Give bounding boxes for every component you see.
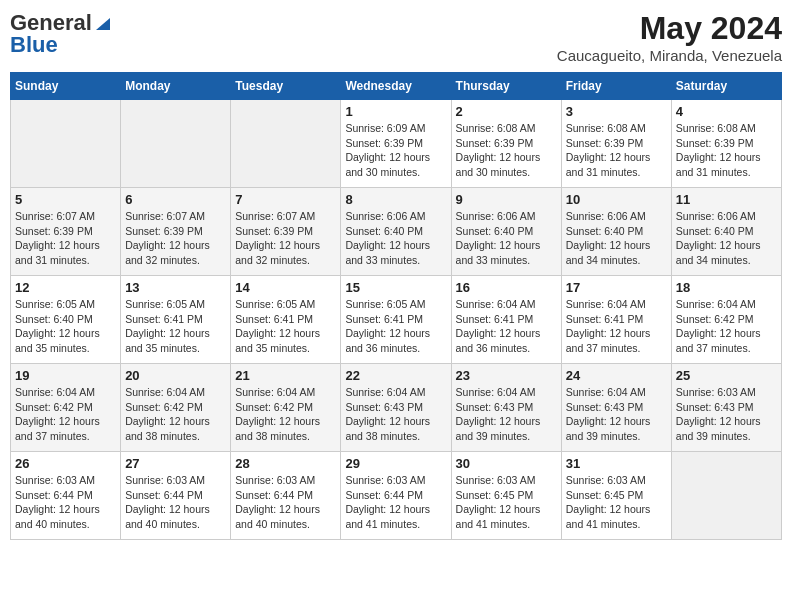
calendar-cell: 24Sunrise: 6:04 AM Sunset: 6:43 PM Dayli… bbox=[561, 364, 671, 452]
weekday-header-tuesday: Tuesday bbox=[231, 73, 341, 100]
day-info: Sunrise: 6:05 AM Sunset: 6:41 PM Dayligh… bbox=[235, 297, 336, 356]
page-subtitle: Caucagueito, Miranda, Venezuela bbox=[557, 47, 782, 64]
weekday-header-friday: Friday bbox=[561, 73, 671, 100]
calendar-cell: 9Sunrise: 6:06 AM Sunset: 6:40 PM Daylig… bbox=[451, 188, 561, 276]
calendar-cell: 29Sunrise: 6:03 AM Sunset: 6:44 PM Dayli… bbox=[341, 452, 451, 540]
day-info: Sunrise: 6:08 AM Sunset: 6:39 PM Dayligh… bbox=[456, 121, 557, 180]
day-info: Sunrise: 6:04 AM Sunset: 6:42 PM Dayligh… bbox=[125, 385, 226, 444]
weekday-header-saturday: Saturday bbox=[671, 73, 781, 100]
day-number: 21 bbox=[235, 368, 336, 383]
day-info: Sunrise: 6:03 AM Sunset: 6:44 PM Dayligh… bbox=[125, 473, 226, 532]
day-number: 4 bbox=[676, 104, 777, 119]
day-number: 15 bbox=[345, 280, 446, 295]
weekday-header-monday: Monday bbox=[121, 73, 231, 100]
calendar-cell: 11Sunrise: 6:06 AM Sunset: 6:40 PM Dayli… bbox=[671, 188, 781, 276]
day-info: Sunrise: 6:05 AM Sunset: 6:41 PM Dayligh… bbox=[125, 297, 226, 356]
calendar-week-row: 26Sunrise: 6:03 AM Sunset: 6:44 PM Dayli… bbox=[11, 452, 782, 540]
calendar-cell: 17Sunrise: 6:04 AM Sunset: 6:41 PM Dayli… bbox=[561, 276, 671, 364]
day-number: 28 bbox=[235, 456, 336, 471]
day-info: Sunrise: 6:03 AM Sunset: 6:45 PM Dayligh… bbox=[566, 473, 667, 532]
calendar-cell: 8Sunrise: 6:06 AM Sunset: 6:40 PM Daylig… bbox=[341, 188, 451, 276]
calendar-week-row: 19Sunrise: 6:04 AM Sunset: 6:42 PM Dayli… bbox=[11, 364, 782, 452]
day-info: Sunrise: 6:04 AM Sunset: 6:42 PM Dayligh… bbox=[676, 297, 777, 356]
day-number: 14 bbox=[235, 280, 336, 295]
calendar-cell: 2Sunrise: 6:08 AM Sunset: 6:39 PM Daylig… bbox=[451, 100, 561, 188]
day-number: 19 bbox=[15, 368, 116, 383]
day-info: Sunrise: 6:04 AM Sunset: 6:42 PM Dayligh… bbox=[15, 385, 116, 444]
day-number: 5 bbox=[15, 192, 116, 207]
day-number: 18 bbox=[676, 280, 777, 295]
calendar-cell: 7Sunrise: 6:07 AM Sunset: 6:39 PM Daylig… bbox=[231, 188, 341, 276]
day-info: Sunrise: 6:08 AM Sunset: 6:39 PM Dayligh… bbox=[566, 121, 667, 180]
calendar-cell: 22Sunrise: 6:04 AM Sunset: 6:43 PM Dayli… bbox=[341, 364, 451, 452]
weekday-header-wednesday: Wednesday bbox=[341, 73, 451, 100]
calendar-cell: 19Sunrise: 6:04 AM Sunset: 6:42 PM Dayli… bbox=[11, 364, 121, 452]
day-info: Sunrise: 6:03 AM Sunset: 6:44 PM Dayligh… bbox=[345, 473, 446, 532]
day-info: Sunrise: 6:05 AM Sunset: 6:40 PM Dayligh… bbox=[15, 297, 116, 356]
page-title: May 2024 bbox=[557, 10, 782, 47]
calendar-cell: 6Sunrise: 6:07 AM Sunset: 6:39 PM Daylig… bbox=[121, 188, 231, 276]
day-info: Sunrise: 6:07 AM Sunset: 6:39 PM Dayligh… bbox=[125, 209, 226, 268]
day-info: Sunrise: 6:06 AM Sunset: 6:40 PM Dayligh… bbox=[566, 209, 667, 268]
day-info: Sunrise: 6:03 AM Sunset: 6:45 PM Dayligh… bbox=[456, 473, 557, 532]
day-number: 12 bbox=[15, 280, 116, 295]
day-info: Sunrise: 6:04 AM Sunset: 6:41 PM Dayligh… bbox=[566, 297, 667, 356]
calendar-cell: 23Sunrise: 6:04 AM Sunset: 6:43 PM Dayli… bbox=[451, 364, 561, 452]
day-number: 8 bbox=[345, 192, 446, 207]
day-number: 2 bbox=[456, 104, 557, 119]
calendar-cell: 15Sunrise: 6:05 AM Sunset: 6:41 PM Dayli… bbox=[341, 276, 451, 364]
calendar-body: 1Sunrise: 6:09 AM Sunset: 6:39 PM Daylig… bbox=[11, 100, 782, 540]
day-info: Sunrise: 6:06 AM Sunset: 6:40 PM Dayligh… bbox=[345, 209, 446, 268]
calendar-cell bbox=[121, 100, 231, 188]
weekday-header-sunday: Sunday bbox=[11, 73, 121, 100]
calendar-cell: 1Sunrise: 6:09 AM Sunset: 6:39 PM Daylig… bbox=[341, 100, 451, 188]
calendar-cell: 5Sunrise: 6:07 AM Sunset: 6:39 PM Daylig… bbox=[11, 188, 121, 276]
day-number: 20 bbox=[125, 368, 226, 383]
day-number: 16 bbox=[456, 280, 557, 295]
title-block: May 2024 Caucagueito, Miranda, Venezuela bbox=[557, 10, 782, 64]
calendar-cell: 28Sunrise: 6:03 AM Sunset: 6:44 PM Dayli… bbox=[231, 452, 341, 540]
calendar-cell: 10Sunrise: 6:06 AM Sunset: 6:40 PM Dayli… bbox=[561, 188, 671, 276]
calendar-week-row: 1Sunrise: 6:09 AM Sunset: 6:39 PM Daylig… bbox=[11, 100, 782, 188]
day-number: 7 bbox=[235, 192, 336, 207]
day-info: Sunrise: 6:06 AM Sunset: 6:40 PM Dayligh… bbox=[456, 209, 557, 268]
calendar-table: SundayMondayTuesdayWednesdayThursdayFrid… bbox=[10, 72, 782, 540]
calendar-cell: 20Sunrise: 6:04 AM Sunset: 6:42 PM Dayli… bbox=[121, 364, 231, 452]
day-info: Sunrise: 6:03 AM Sunset: 6:44 PM Dayligh… bbox=[235, 473, 336, 532]
day-number: 26 bbox=[15, 456, 116, 471]
weekday-header-thursday: Thursday bbox=[451, 73, 561, 100]
day-number: 10 bbox=[566, 192, 667, 207]
calendar-header-row: SundayMondayTuesdayWednesdayThursdayFrid… bbox=[11, 73, 782, 100]
day-info: Sunrise: 6:04 AM Sunset: 6:43 PM Dayligh… bbox=[345, 385, 446, 444]
logo-blue: Blue bbox=[10, 32, 58, 58]
calendar-cell: 13Sunrise: 6:05 AM Sunset: 6:41 PM Dayli… bbox=[121, 276, 231, 364]
calendar-cell: 31Sunrise: 6:03 AM Sunset: 6:45 PM Dayli… bbox=[561, 452, 671, 540]
calendar-cell: 25Sunrise: 6:03 AM Sunset: 6:43 PM Dayli… bbox=[671, 364, 781, 452]
calendar-cell: 4Sunrise: 6:08 AM Sunset: 6:39 PM Daylig… bbox=[671, 100, 781, 188]
logo: General Blue bbox=[10, 10, 112, 58]
day-number: 22 bbox=[345, 368, 446, 383]
calendar-cell: 30Sunrise: 6:03 AM Sunset: 6:45 PM Dayli… bbox=[451, 452, 561, 540]
calendar-cell: 16Sunrise: 6:04 AM Sunset: 6:41 PM Dayli… bbox=[451, 276, 561, 364]
calendar-cell: 27Sunrise: 6:03 AM Sunset: 6:44 PM Dayli… bbox=[121, 452, 231, 540]
calendar-week-row: 5Sunrise: 6:07 AM Sunset: 6:39 PM Daylig… bbox=[11, 188, 782, 276]
svg-marker-0 bbox=[96, 18, 110, 30]
day-info: Sunrise: 6:08 AM Sunset: 6:39 PM Dayligh… bbox=[676, 121, 777, 180]
day-number: 25 bbox=[676, 368, 777, 383]
day-number: 1 bbox=[345, 104, 446, 119]
day-info: Sunrise: 6:04 AM Sunset: 6:43 PM Dayligh… bbox=[566, 385, 667, 444]
day-info: Sunrise: 6:05 AM Sunset: 6:41 PM Dayligh… bbox=[345, 297, 446, 356]
day-info: Sunrise: 6:03 AM Sunset: 6:43 PM Dayligh… bbox=[676, 385, 777, 444]
day-info: Sunrise: 6:04 AM Sunset: 6:41 PM Dayligh… bbox=[456, 297, 557, 356]
calendar-cell: 12Sunrise: 6:05 AM Sunset: 6:40 PM Dayli… bbox=[11, 276, 121, 364]
day-info: Sunrise: 6:03 AM Sunset: 6:44 PM Dayligh… bbox=[15, 473, 116, 532]
calendar-cell bbox=[231, 100, 341, 188]
day-info: Sunrise: 6:04 AM Sunset: 6:42 PM Dayligh… bbox=[235, 385, 336, 444]
day-number: 30 bbox=[456, 456, 557, 471]
calendar-week-row: 12Sunrise: 6:05 AM Sunset: 6:40 PM Dayli… bbox=[11, 276, 782, 364]
calendar-cell bbox=[671, 452, 781, 540]
day-number: 24 bbox=[566, 368, 667, 383]
day-info: Sunrise: 6:07 AM Sunset: 6:39 PM Dayligh… bbox=[235, 209, 336, 268]
day-number: 31 bbox=[566, 456, 667, 471]
day-info: Sunrise: 6:09 AM Sunset: 6:39 PM Dayligh… bbox=[345, 121, 446, 180]
